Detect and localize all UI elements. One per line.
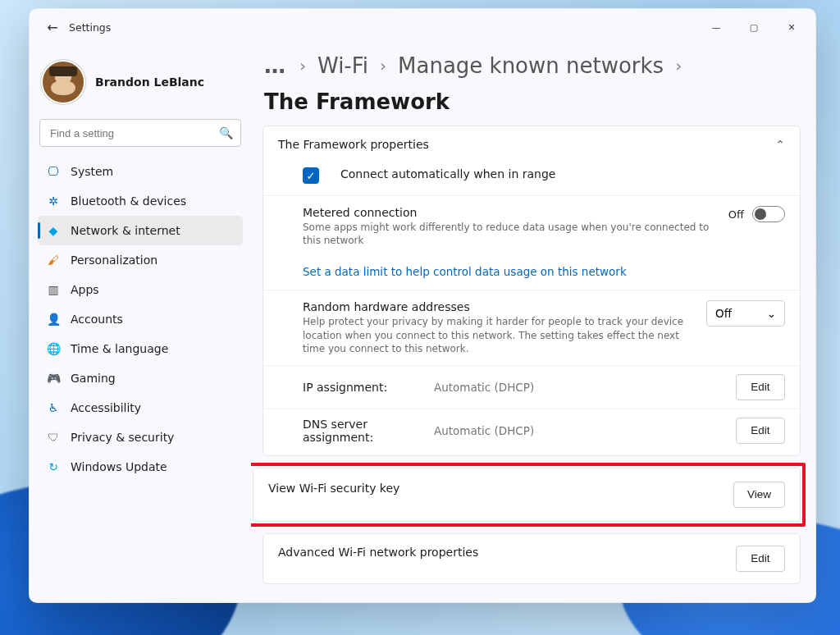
sidebar-item-label: Accounts xyxy=(71,313,123,326)
profile[interactable]: Brandon LeBlanc xyxy=(38,52,243,119)
random-hw-select[interactable]: Off ⌄ xyxy=(706,300,785,327)
random-hw-desc: Help protect your privacy by making it h… xyxy=(303,315,693,355)
chevron-down-icon: ⌄ xyxy=(767,307,776,320)
brush-icon: 🖌 xyxy=(46,253,61,267)
person-icon: 👤 xyxy=(46,312,61,327)
properties-card: The Framework properties ⌃ ✓ Connect aut… xyxy=(262,126,801,456)
toggle-switch-icon[interactable] xyxy=(752,206,785,222)
sidebar-item-accounts[interactable]: 👤Accounts xyxy=(38,304,243,334)
maximize-button[interactable]: ▢ xyxy=(735,14,773,40)
search-icon: 🔍 xyxy=(219,126,233,139)
settings-window: ← Settings — ▢ ✕ Brandon LeBlanc 🔍 🖵Syst… xyxy=(29,8,816,603)
auto-connect-label: Connect automatically when in range xyxy=(340,167,555,180)
nav: 🖵System ✲Bluetooth & devices ◆Network & … xyxy=(38,157,243,482)
metered-desc: Some apps might work differently to redu… xyxy=(303,221,715,247)
back-button[interactable]: ← xyxy=(41,20,64,35)
sidebar-item-label: Network & internet xyxy=(71,224,180,237)
auto-connect-row[interactable]: ✓ Connect automatically when in range xyxy=(263,162,800,195)
sidebar-item-privacy[interactable]: 🛡Privacy & security xyxy=(38,423,243,452)
sidebar-item-gaming[interactable]: 🎮Gaming xyxy=(38,363,243,393)
metered-title: Metered connection xyxy=(303,206,715,219)
ip-value: Automatic (DHCP) xyxy=(434,381,534,394)
data-limit-link[interactable]: Set a data limit to help control data us… xyxy=(263,257,800,290)
sidebar: Brandon LeBlanc 🔍 🖵System ✲Bluetooth & d… xyxy=(30,45,251,602)
sidebar-item-label: Bluetooth & devices xyxy=(71,194,186,208)
ip-label: IP assignment: xyxy=(303,381,434,394)
sidebar-item-update[interactable]: ↻Windows Update xyxy=(38,452,243,482)
window-title: Settings xyxy=(69,21,111,34)
search-input[interactable] xyxy=(39,119,241,147)
breadcrumb-manage[interactable]: Manage known networks xyxy=(398,53,664,78)
sidebar-item-label: Windows Update xyxy=(71,460,167,473)
breadcrumb-more[interactable]: … xyxy=(264,53,288,78)
security-key-label: View Wi-Fi security key xyxy=(268,482,399,495)
display-icon: 🖵 xyxy=(46,164,61,179)
chevron-right-icon: › xyxy=(675,56,682,75)
chevron-up-icon: ⌃ xyxy=(775,138,785,151)
chevron-right-icon: › xyxy=(380,56,386,75)
sidebar-item-network[interactable]: ◆Network & internet xyxy=(38,216,243,245)
ip-assignment-row: IP assignment: Automatic (DHCP) Edit xyxy=(263,365,800,409)
close-button[interactable]: ✕ xyxy=(773,14,810,40)
checkbox-checked-icon[interactable]: ✓ xyxy=(303,167,319,184)
sidebar-item-label: Accessibility xyxy=(71,401,141,414)
sidebar-item-label: Time & language xyxy=(71,342,168,355)
sidebar-item-label: Gaming xyxy=(71,372,116,385)
random-hw-row: Random hardware addresses Help protect y… xyxy=(263,290,800,365)
sidebar-item-label: Privacy & security xyxy=(71,431,174,444)
breadcrumb: … › Wi-Fi › Manage known networks › The … xyxy=(262,50,801,126)
properties-title: The Framework properties xyxy=(278,138,429,151)
minimize-button[interactable]: — xyxy=(697,14,735,40)
dns-label: DNS server assignment: xyxy=(303,418,434,444)
metered-row: Metered connection Some apps might work … xyxy=(263,195,800,257)
shield-icon: 🛡 xyxy=(46,430,61,445)
titlebar: ← Settings — ▢ ✕ xyxy=(30,9,815,45)
bluetooth-icon: ✲ xyxy=(46,194,61,208)
annotation-highlight: View Wi-Fi security key View xyxy=(251,463,806,527)
dns-edit-button[interactable]: Edit xyxy=(736,418,785,444)
security-key-card: View Wi-Fi security key View xyxy=(253,468,801,522)
advanced-label: Advanced Wi-Fi network properties xyxy=(278,546,478,559)
sidebar-item-personalization[interactable]: 🖌Personalization xyxy=(38,245,243,275)
sidebar-item-label: System xyxy=(71,165,113,178)
user-name: Brandon LeBlanc xyxy=(95,75,204,89)
metered-toggle[interactable]: Off xyxy=(728,206,785,222)
sidebar-item-label: Apps xyxy=(71,283,99,296)
search-container: 🔍 xyxy=(39,119,241,147)
view-security-key-button[interactable]: View xyxy=(733,482,785,508)
update-icon: ↻ xyxy=(46,459,61,474)
main-content: … › Wi-Fi › Manage known networks › The … xyxy=(251,45,815,602)
sidebar-item-time[interactable]: 🌐Time & language xyxy=(38,334,243,363)
breadcrumb-current: The Framework xyxy=(264,89,450,114)
gamepad-icon: 🎮 xyxy=(46,371,61,386)
sidebar-item-system[interactable]: 🖵System xyxy=(38,157,243,186)
accessibility-icon: ♿ xyxy=(46,400,61,415)
advanced-card: Advanced Wi-Fi network properties Edit xyxy=(262,533,801,584)
ip-edit-button[interactable]: Edit xyxy=(736,374,785,400)
advanced-edit-button[interactable]: Edit xyxy=(736,546,785,572)
sidebar-item-bluetooth[interactable]: ✲Bluetooth & devices xyxy=(38,186,243,216)
toggle-label: Off xyxy=(728,208,744,221)
select-value: Off xyxy=(715,307,732,320)
properties-header[interactable]: The Framework properties ⌃ xyxy=(263,126,800,162)
avatar xyxy=(41,60,85,104)
wifi-icon: ◆ xyxy=(46,223,61,238)
sidebar-item-apps[interactable]: ▥Apps xyxy=(38,275,243,304)
chevron-right-icon: › xyxy=(299,56,306,75)
sidebar-item-accessibility[interactable]: ♿Accessibility xyxy=(38,393,243,423)
globe-icon: 🌐 xyxy=(46,341,61,356)
dns-value: Automatic (DHCP) xyxy=(434,424,534,437)
breadcrumb-wifi[interactable]: Wi-Fi xyxy=(317,53,368,78)
sidebar-item-label: Personalization xyxy=(71,254,158,267)
window-controls: — ▢ ✕ xyxy=(697,14,810,40)
dns-assignment-row: DNS server assignment: Automatic (DHCP) … xyxy=(263,409,800,452)
advanced-row: Advanced Wi-Fi network properties Edit xyxy=(263,534,800,583)
get-help[interactable]: ❓ Get help xyxy=(262,592,801,602)
security-key-row: View Wi-Fi security key View xyxy=(253,468,800,521)
apps-icon: ▥ xyxy=(46,282,61,297)
random-hw-title: Random hardware addresses xyxy=(303,300,693,313)
